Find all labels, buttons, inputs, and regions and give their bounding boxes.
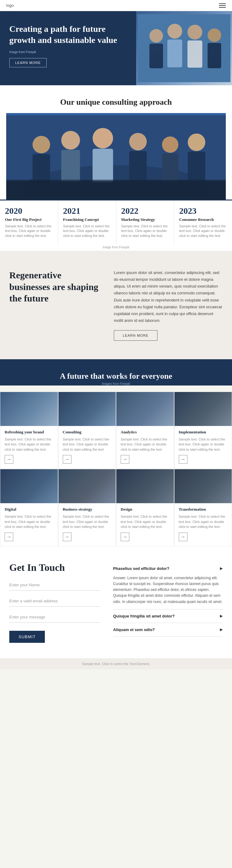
timeline-sample-text: Sample text. Click to select the text bo… [121,224,169,238]
future-image-credit: Images from Freepik [6,382,226,385]
svg-rect-21 [162,154,178,181]
service-arrow-button[interactable]: → [179,455,187,464]
regenerative-section: Regenerative businesses are shaping the … [0,251,232,359]
consulting-heading: Our unique consulting approach [6,98,226,107]
contact-heading: Get In Touch [9,562,100,573]
service-arrow-button[interactable]: → [63,532,71,541]
service-image-fill [174,469,232,503]
service-arrow-button[interactable]: → [121,455,129,464]
services-grid: Refreshing your brand Sample text. Click… [0,392,232,547]
service-card-body: Implementation Sample text. Click to sel… [174,426,232,469]
regen-left-block: Regenerative businesses are shaping the … [9,269,102,304]
service-image-fill [0,392,58,426]
timeline-year: 2020 [5,206,53,216]
faq-expand-icon: ▶ [220,566,223,571]
service-card: Business strategy Sample text. Click to … [58,469,116,547]
faq-expand-icon: ▶ [220,627,223,632]
service-card-text: Sample text. Click to select the text bo… [179,437,228,452]
service-card: Consulting Sample text. Click to select … [58,392,116,469]
faq-answer: Answer. Lorem ipsum dolor sit amet, cons… [113,575,223,609]
service-card-title: Implementation [179,430,228,435]
hamburger-menu-icon[interactable] [219,3,226,8]
service-card-image [116,469,174,503]
footer-note: Sample text. Click to select the Text El… [0,658,232,670]
faq-block: Phasellus sed efficitur dolor? ▶ Answer.… [113,562,223,643]
service-card-body: Analytics Sample text. Click to select t… [116,426,174,469]
future-section: A future that works for everyone Images … [0,359,232,385]
service-card-title: Transformation [179,507,228,512]
service-card-image [0,392,58,426]
svg-rect-23 [188,152,205,181]
service-image-fill [58,392,116,426]
timeline-year: 2023 [179,206,227,216]
service-card-body: Transformation Sample text. Click to sel… [174,503,232,546]
service-card-title: Business strategy [63,507,112,512]
service-card-body: Refreshing your brand Sample text. Click… [0,426,58,469]
service-card-text: Sample text. Click to select the text bo… [121,514,170,529]
service-card-image [58,469,116,503]
service-card-title: Digital [5,507,54,512]
hero-text-block: Creating a path for future growth and su… [0,11,136,85]
faq-question-text: Quisque fringilla sit amet dolor? [113,614,174,618]
service-arrow-button[interactable]: → [179,532,187,541]
hero-heading: Creating a path for future growth and su… [9,24,127,46]
hero-image-credit: Image from Freepik [9,50,127,54]
contact-message-input[interactable] [9,612,100,623]
contact-submit-button[interactable]: SUBMIT [9,631,45,643]
service-card: Refreshing your brand Sample text. Click… [0,392,58,469]
svg-point-16 [92,128,113,148]
service-image-fill [116,469,174,503]
service-arrow-button[interactable]: → [5,455,13,464]
timeline-sample-text: Sample text. Click to select the text bo… [179,224,227,238]
faq-answer-text: Answer. Lorem ipsum dolor sit amet, cons… [113,575,223,605]
service-card-body: Design Sample text. Click to select the … [116,503,174,546]
faq-item: Aliquam et sem odio? ▶ [113,623,223,637]
service-card-body: Business strategy Sample text. Click to … [58,503,116,546]
service-card-image [0,469,58,503]
timeline-section: 2020 Our First Big Project Sample text. … [0,199,232,244]
hero-image-sim [136,11,232,85]
service-card-text: Sample text. Click to select the text bo… [63,437,112,452]
faq-question-toggle[interactable]: Phasellus sed efficitur dolor? ▶ [113,562,223,575]
timeline-item: 2020 Our First Big Project Sample text. … [0,200,58,244]
svg-rect-15 [61,150,80,182]
svg-rect-13 [32,154,50,183]
timeline-item: 2022 Marketing Strategy Sample text. Cli… [116,200,174,244]
service-image-fill [116,392,174,426]
svg-point-12 [32,136,50,154]
service-card-text: Sample text. Click to select the text bo… [5,514,54,529]
service-arrow-button[interactable]: → [5,532,13,541]
faq-item: Quisque fringilla sit amet dolor? ▶ [113,610,223,623]
faq-question-toggle[interactable]: Aliquam et sem odio? ▶ [113,623,223,636]
timeline-year: 2022 [121,206,169,216]
service-image-fill [174,392,232,426]
service-card-title: Design [121,507,170,512]
regen-learn-more-button[interactable]: LEARN MORE [114,330,157,341]
regen-heading: Regenerative businesses are shaping the … [9,269,102,304]
regen-right-block: Lorem ipsum dolor sit amet, consectetur … [114,269,223,341]
svg-rect-9 [138,14,230,82]
service-card-image [116,392,174,426]
svg-point-22 [188,133,205,151]
timeline-sample-text: Sample text. Click to select the text bo… [5,224,53,238]
contact-email-input[interactable] [9,595,100,607]
service-arrow-button[interactable]: → [121,532,129,541]
contact-name-input[interactable] [9,580,100,591]
service-card-image [58,392,116,426]
service-card-text: Sample text. Click to select the text bo… [179,514,228,529]
contact-section: Get In Touch SUBMIT Phasellus sed effici… [0,547,232,658]
faq-question-toggle[interactable]: Quisque fringilla sit amet dolor? ▶ [113,610,223,623]
hero-learn-more-button[interactable]: LEARN MORE [9,58,47,67]
timeline-sample-text: Sample text. Click to select the text bo… [63,224,111,238]
faq-expand-icon: ▶ [220,614,223,618]
future-heading: A future that works for everyone [6,372,226,381]
svg-point-18 [129,133,147,150]
service-card: Design Sample text. Click to select the … [116,469,174,547]
site-header: logo [0,0,232,11]
hero-section: Creating a path for future growth and su… [0,11,232,85]
timeline-title: Franchising Concept [63,217,111,222]
timeline-image-credit: Image from Freepik [0,244,232,251]
service-card-text: Sample text. Click to select the text bo… [63,514,112,529]
timeline-year: 2021 [63,206,111,216]
service-arrow-button[interactable]: → [63,455,71,464]
